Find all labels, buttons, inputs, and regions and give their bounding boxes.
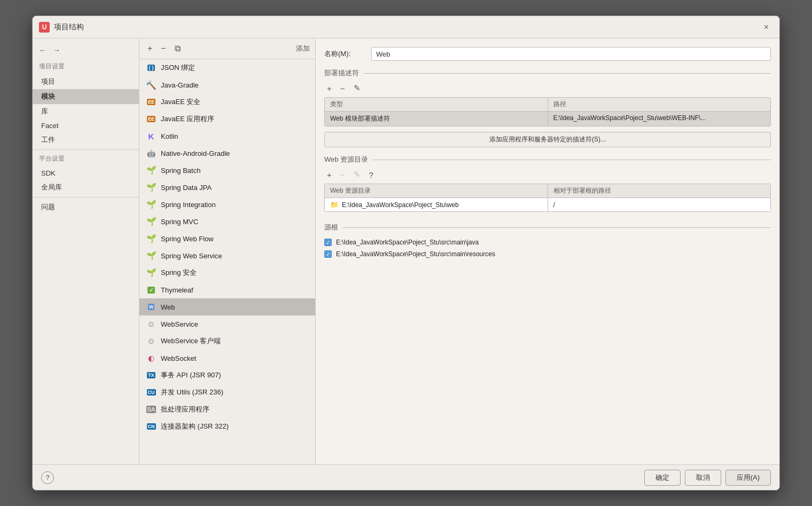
- source-checkbox-0[interactable]: [324, 239, 332, 246]
- websocket-icon: ◐: [146, 353, 157, 363]
- spring-security-icon: 🌱: [146, 267, 157, 278]
- list-item-spring-data-jpa[interactable]: 🌱 Spring Data JPA: [139, 179, 315, 196]
- list-panel: + − ⧉ 添加 { } JSON 绑定 🔨 Java-Gradle EE Ja…: [139, 38, 316, 464]
- project-structure-dialog: U 项目结构 × ← → 项目设置 项目 模块 库 Facet 工件: [32, 15, 780, 491]
- web-res-header: Web 资源目录 相对于部署根的路径: [325, 184, 770, 198]
- dialog-title: 项目结构: [54, 22, 84, 32]
- spring-mvc-icon: 🌱: [146, 216, 157, 227]
- deploy-table-row[interactable]: Web 模块部署描述符 E:\Idea_JavaWorkSpace\Poject…: [325, 112, 770, 126]
- deploy-remove-button[interactable]: −: [338, 83, 348, 94]
- thymeleaf-icon: ✓: [146, 284, 157, 295]
- list-item-connector[interactable]: CN 连接器架构 (JSR 322): [139, 418, 315, 435]
- task-api-icon: TX: [146, 370, 157, 381]
- list-item-spring-web-service[interactable]: 🌱 Spring Web Service: [139, 247, 315, 264]
- source-checkbox-1[interactable]: [324, 250, 332, 258]
- forward-button[interactable]: →: [51, 45, 63, 56]
- deploy-desc-title: 部署描述符: [324, 68, 771, 78]
- list-item-concurrent-utils[interactable]: CU 并发 Utils (JSR 236): [139, 384, 315, 401]
- web-res-col2: 相对于部署根的路径: [548, 184, 771, 197]
- list-item-batch-app[interactable]: BA 批处理应用程序: [139, 401, 315, 418]
- web-res-edit-button: ✎: [351, 169, 363, 180]
- web-resources-title: Web 资源目录: [324, 155, 771, 164]
- javaee-app-icon: EE: [146, 114, 157, 124]
- web-res-table: Web 资源目录 相对于部署根的路径 📁 E:\Idea_JavaWorkSpa…: [324, 184, 771, 212]
- list-item-json[interactable]: { } JSON 绑定: [139, 59, 315, 76]
- list-item-websocket[interactable]: ◐ WebSocket: [139, 350, 315, 367]
- web-res-row[interactable]: 📁 E:\Idea_JavaWorkSpace\Poject_Stu\web /: [325, 198, 770, 211]
- deploy-row-path: E:\Idea_JavaWorkSpace\Poject_Stu\web\WEB…: [548, 112, 771, 126]
- folder-icon: 📁: [330, 201, 339, 209]
- sidebar-item-library[interactable]: 库: [33, 104, 139, 119]
- content-panel: 名称(M): 部署描述符 + − ✎ 类型 路径 Web 模块部署描述符 E:\…: [316, 38, 779, 464]
- apply-button[interactable]: 应用(A): [725, 470, 771, 486]
- source-title: 源根: [324, 223, 771, 232]
- list-item-web[interactable]: W Web: [139, 298, 315, 315]
- spring-web-flow-icon: 🌱: [146, 233, 157, 244]
- list-item-javaee-app[interactable]: EE JavaEE 应用程序: [139, 110, 315, 128]
- webservice-icon: ⊙: [146, 319, 157, 329]
- sidebar-item-project[interactable]: 项目: [33, 74, 139, 89]
- deploy-toolbar: + − ✎: [324, 82, 771, 94]
- web-res-col1: Web 资源目录: [325, 184, 548, 197]
- gradle-icon: 🔨: [146, 80, 157, 90]
- android-icon: 🤖: [146, 148, 157, 159]
- deploy-col-type: 类型: [325, 98, 548, 111]
- list-item-spring-integration[interactable]: 🌱 Spring Integration: [139, 196, 315, 213]
- project-settings-header: 项目设置: [33, 60, 139, 74]
- sidebar-item-artifact[interactable]: 工件: [33, 132, 139, 147]
- help-button[interactable]: ?: [41, 471, 54, 484]
- ok-button[interactable]: 确定: [644, 470, 681, 486]
- deploy-edit-button[interactable]: ✎: [351, 82, 363, 94]
- list-item-android-gradle[interactable]: 🤖 Native-Android-Gradle: [139, 145, 315, 162]
- list-items-container: { } JSON 绑定 🔨 Java-Gradle EE JavaEE 安全 E…: [139, 59, 315, 464]
- add-desc-button[interactable]: 添加应用程序和服务器特定的描述符(S)...: [324, 132, 771, 147]
- webservice-client-icon: ⊙: [146, 336, 157, 346]
- sidebar-item-module[interactable]: 模块: [33, 89, 139, 104]
- source-item-1[interactable]: E:\Idea_JavaWorkSpace\Poject_Stu\src\mai…: [324, 248, 771, 260]
- list-remove-button[interactable]: −: [158, 43, 168, 54]
- nav-toolbar: ← →: [33, 43, 139, 60]
- list-item-spring-batch[interactable]: 🌱 Spring Batch: [139, 162, 315, 179]
- spring-data-jpa-icon: 🌱: [146, 182, 157, 193]
- deploy-add-button[interactable]: +: [324, 83, 334, 94]
- add-label: 添加: [296, 44, 310, 53]
- source-item-0[interactable]: E:\Idea_JavaWorkSpace\Poject_Stu\src\mai…: [324, 236, 771, 248]
- web-res-path-cell: /: [548, 198, 771, 211]
- web-res-remove-button: −: [338, 169, 348, 180]
- list-item-javaee-security[interactable]: EE JavaEE 安全: [139, 93, 315, 110]
- batch-app-icon: BA: [146, 404, 157, 415]
- list-item-spring-web-flow[interactable]: 🌱 Spring Web Flow: [139, 230, 315, 247]
- app-icon: U: [39, 22, 50, 33]
- list-item-webservice-client[interactable]: ⊙ WebService 客户端: [139, 333, 315, 350]
- back-button[interactable]: ←: [37, 45, 49, 56]
- name-input[interactable]: [371, 47, 771, 61]
- list-item-spring-security[interactable]: 🌱 Spring 安全: [139, 264, 315, 281]
- name-field-row: 名称(M):: [324, 47, 771, 61]
- sidebar-item-facet[interactable]: Facet: [33, 119, 139, 132]
- spring-web-service-icon: 🌱: [146, 250, 157, 261]
- sidebar-item-problems[interactable]: 问题: [33, 200, 139, 215]
- spring-batch-icon: 🌱: [146, 165, 157, 176]
- web-res-help-button[interactable]: ?: [366, 169, 376, 180]
- cancel-button[interactable]: 取消: [685, 470, 721, 486]
- javaee-security-icon: EE: [146, 97, 157, 107]
- sidebar-item-global-lib[interactable]: 全局库: [33, 180, 139, 195]
- list-add-button[interactable]: +: [145, 43, 155, 54]
- list-item-spring-mvc[interactable]: 🌱 Spring MVC: [139, 213, 315, 230]
- sidebar-item-sdk[interactable]: SDK: [33, 167, 139, 180]
- concurrent-utils-icon: CU: [146, 387, 157, 398]
- sidebar-divider-2: [33, 197, 139, 197]
- list-copy-button[interactable]: ⧉: [172, 43, 183, 54]
- sidebar-divider-1: [33, 149, 139, 150]
- list-item-kotlin[interactable]: K Kotlin: [139, 128, 315, 145]
- title-bar: U 项目结构 ×: [33, 16, 779, 38]
- dialog-body: ← → 项目设置 项目 模块 库 Facet 工件 平台设置 SDK: [33, 38, 779, 464]
- list-item-java-gradle[interactable]: 🔨 Java-Gradle: [139, 76, 315, 93]
- list-item-task-api[interactable]: TX 事务 API (JSR 907): [139, 367, 315, 384]
- list-item-thymeleaf[interactable]: ✓ Thymeleaf: [139, 281, 315, 298]
- web-res-toolbar: + − ✎ ?: [324, 169, 771, 180]
- list-item-webservice[interactable]: ⊙ WebService: [139, 315, 315, 333]
- web-res-add-button[interactable]: +: [324, 169, 334, 180]
- spring-integration-icon: 🌱: [146, 199, 157, 210]
- close-button[interactable]: ×: [760, 20, 773, 34]
